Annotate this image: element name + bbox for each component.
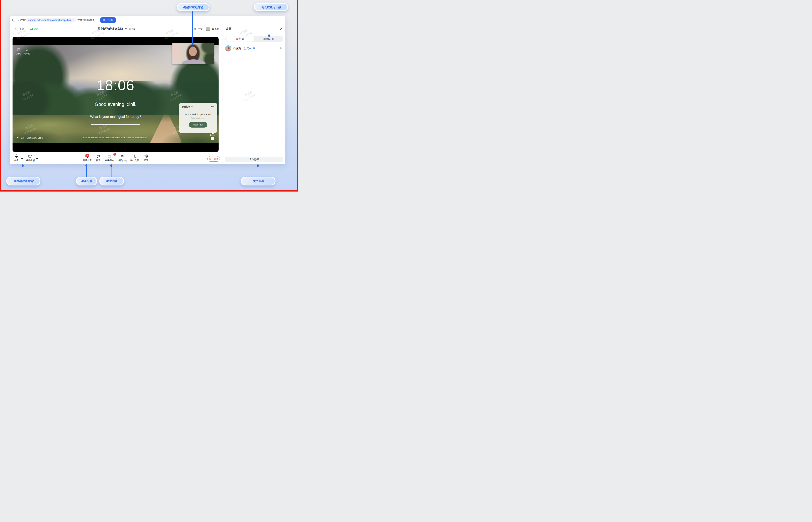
quote-text: “One who knows all the answers has not b… [13,137,219,139]
language-switcher[interactable]: 中文 [194,27,203,31]
topic-icon[interactable] [15,27,18,31]
camera-device-caret[interactable] [36,158,38,159]
callout-screen-share: 屏幕分享 [76,177,97,185]
screen-share-tab-icon [12,18,16,22]
today-task-widget: Today ••• Add a task to get started Swit… [179,103,217,133]
globe-icon [194,27,197,31]
today-empty-text: Add a task to get started [182,113,214,116]
member-mic-icon[interactable] [279,47,282,50]
callout-member-management: 成员管理 [241,177,276,185]
tasks-checkbox[interactable]: ✓ [211,137,214,140]
tab-audience[interactable]: 观众(374) [254,36,283,42]
camera-icon [26,154,35,159]
focus-label: Focus [22,53,31,55]
tasks-checkmark: ✓ [212,138,214,140]
members-button[interactable]: 成员(375) [118,154,127,162]
browser-share-bar: 正在将“ chrome-extension://laookkfknpbbblfp… [10,16,285,24]
leave-room-button[interactable]: 离开房间 [207,156,220,162]
camera-button[interactable]: 关闭视频 [26,154,35,162]
meeting-toolbar: 静音 关闭视频 ✕ 屏幕分享 [10,152,222,164]
callout-line [111,167,112,177]
pip-person-face [189,46,197,56]
today-title[interactable]: Today [182,105,190,108]
chat-button[interactable]: 聊天 [96,154,100,162]
callout-dot [110,164,112,167]
goal-input-underline[interactable] [91,124,140,125]
background-location: Tagamanent, Spain [25,137,42,139]
gear-icon [144,154,148,159]
language-label: 中文 [198,27,203,31]
today-menu-icon[interactable]: ••• [211,105,214,108]
members-panel: 成员 嘉宾(1) 观众(374) 香克斯 [222,24,285,164]
share-bar-divider [97,18,97,22]
callout-dot [85,164,87,167]
callout-dot [257,164,259,167]
close-icon[interactable] [280,27,283,30]
members-panel-title: 成员 [225,27,231,31]
meeting-header: 主题 稳定 香克斯的研讨会房间 03:46 中文 [10,24,222,34]
tab-guests[interactable]: 嘉宾(1) [225,36,254,42]
focus-head-icon [25,48,29,52]
user-name: 香克斯 [212,27,219,31]
member-role: 房主, 我 [247,47,255,50]
screen-share-button[interactable]: ✕ 屏幕分享 [83,154,92,162]
callout-video-draggable: 视频区域可拖动 [177,3,210,11]
callout-dot [22,164,24,167]
app-window: 正在将“ chrome-extension://laookkfknpbbblfp… [10,16,285,164]
callout-line [86,167,86,177]
raise-hand-badge: 1 [113,153,116,156]
user-avatar[interactable] [206,27,210,31]
room-title: 香克斯的研讨会房间 [97,27,123,31]
callout-line [23,167,23,177]
mute-button[interactable]: 静音 [15,154,19,162]
callout-line [258,167,258,177]
member-row[interactable]: 香克斯 房主, 我 [225,44,283,53]
members-label: 成员(375) [118,159,127,162]
members-icon [118,154,127,159]
links-shortcut[interactable]: Links [14,48,23,55]
focus-shortcut[interactable]: Focus [22,48,31,55]
mic-device-caret[interactable] [21,158,23,159]
raise-hand-list-button[interactable]: 1 举手列表 [105,154,114,162]
mute-label: 静音 [15,159,19,162]
chat-icon [96,154,100,159]
new-task-button[interactable]: New Task [189,122,207,127]
share-text-suffix: ”共享到此标签页 [77,18,95,22]
sliders-icon[interactable] [16,136,19,139]
background-info-row: Tagamanent, Spain [16,136,42,139]
switch-to-inbox-link[interactable]: Switch to Inbox › [182,117,214,119]
mute-all-button[interactable]: 全体静音 [225,157,283,162]
screen-share-label: 屏幕分享 [83,159,92,162]
callout-unlimited-audience: 观众数量无上限 [254,3,288,11]
beauty-label: 基础美颜 [130,159,139,162]
pip-camera-video[interactable] [173,43,214,64]
beauty-sparkle-icon [130,154,139,159]
screen-share-stop-icon: ✕ [85,154,90,158]
room-title-dropdown-icon[interactable] [125,28,127,29]
settings-label: 设置 [144,159,148,162]
callout-raise-hand-list: 举手列表 [99,177,124,185]
host-person-icon [243,47,246,50]
beauty-button[interactable]: 基础美颜 [130,154,139,162]
topic-label[interactable]: 主题 [19,27,24,31]
signal-bars-icon [30,28,33,30]
room-title-group[interactable]: 香克斯的研讨会房间 03:46 [97,24,135,34]
members-tabs: 嘉宾(1) 观众(374) [225,36,283,42]
members-panel-header: 成员 [223,24,285,34]
today-dropdown-icon[interactable] [191,106,193,107]
meeting-timer: 03:46 [128,27,135,31]
network-status[interactable]: 稳定 [30,27,39,31]
network-status-label: 稳定 [34,27,39,31]
shared-screen-video[interactable]: Links Focus 18:06 Good evening, xinli. W… [13,37,219,152]
shared-extension-url[interactable]: chrome-extension://laookkfknpbbblfpciffp… [26,18,76,22]
external-link-icon [17,48,20,52]
share-text-prefix: 正在将“ [18,18,26,22]
image-icon[interactable] [21,136,24,139]
member-avatar [225,45,231,52]
settings-button[interactable]: 设置 [144,154,148,162]
member-name: 香克斯 [233,47,241,50]
stop-sharing-button[interactable]: 停止分享 [100,17,116,23]
links-label: Links [14,53,23,55]
mic-icon [15,154,19,159]
page: 正在将“ chrome-extension://laookkfknpbbblfp… [0,0,298,192]
